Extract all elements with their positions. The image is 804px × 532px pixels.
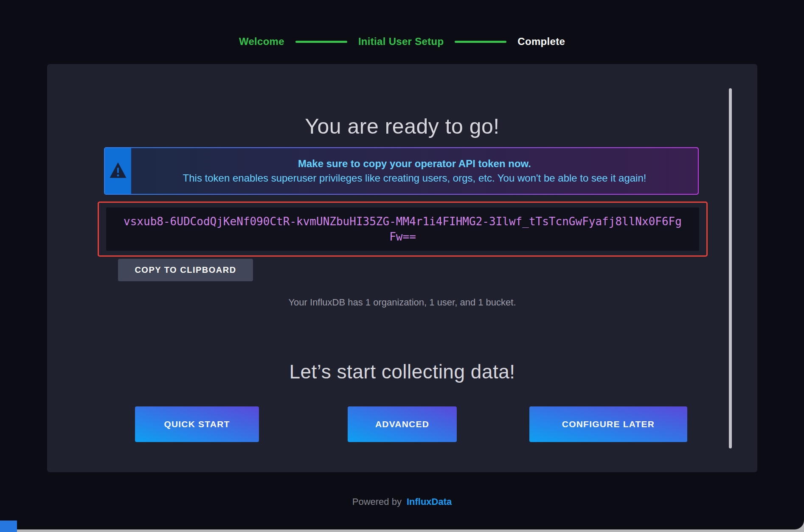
vertical-scrollbar-thumb[interactable] <box>729 88 732 448</box>
api-token-box[interactable]: vsxub8-6UDCodQjKeNf090CtR-kvmUNZbuHI35ZG… <box>106 207 699 251</box>
resources-summary: Your InfluxDB has 1 organization, 1 user… <box>47 297 757 308</box>
warning-banner-body: Make sure to copy your operator API toke… <box>105 148 698 194</box>
completion-card: You are ready to go! Mak <box>47 64 757 472</box>
bottom-left-corner-accent <box>0 521 17 532</box>
step-welcome: Welcome <box>239 36 284 48</box>
step-connector-line <box>455 41 506 43</box>
setup-stepper: Welcome Initial User Setup Complete <box>0 36 804 48</box>
onboarding-page: Welcome Initial User Setup Complete You … <box>0 0 804 529</box>
step-connector-line <box>295 41 347 43</box>
powered-by-label: Powered by <box>352 496 402 507</box>
api-token-value[interactable]: vsxub8-6UDCodQjKeNf090CtR-kvmUNZbuHI35ZG… <box>122 214 683 244</box>
exclamation-triangle-icon <box>109 162 127 180</box>
footer: Powered by InfluxData <box>0 496 804 507</box>
step-complete: Complete <box>517 36 565 48</box>
warning-icon-box <box>105 148 131 194</box>
quick-start-button[interactable]: QUICK START <box>135 406 259 442</box>
copy-to-clipboard-button[interactable]: COPY TO CLIPBOARD <box>118 259 253 281</box>
collect-data-heading: Let’s start collecting data! <box>47 360 757 383</box>
page-title: You are ready to go! <box>47 114 757 139</box>
warning-description: This token enables superuser privileges … <box>183 172 647 184</box>
warning-text: Make sure to copy your operator API toke… <box>131 148 698 194</box>
screen: Welcome Initial User Setup Complete You … <box>0 0 804 532</box>
configure-later-button[interactable]: CONFIGURE LATER <box>529 406 687 442</box>
token-highlight-outline: vsxub8-6UDCodQjKeNf090CtR-kvmUNZbuHI35ZG… <box>98 202 708 257</box>
advanced-button[interactable]: ADVANCED <box>348 406 457 442</box>
warning-headline: Make sure to copy your operator API toke… <box>298 158 531 170</box>
api-token-warning-banner: Make sure to copy your operator API toke… <box>104 147 699 195</box>
step-initial-user-setup: Initial User Setup <box>358 36 444 48</box>
influxdata-brand-link[interactable]: InfluxData <box>407 496 452 507</box>
